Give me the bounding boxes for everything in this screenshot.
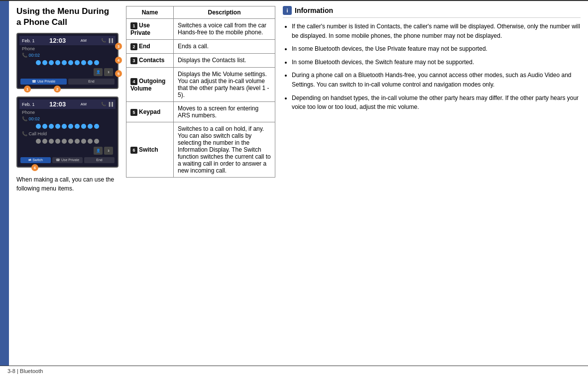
row-name-cell: 3Contacts: [126, 54, 174, 68]
row-name-cell: 1Use Private: [126, 19, 174, 40]
screen1-call-time: 📞 00:02: [19, 52, 116, 58]
screen1-dots: [19, 58, 116, 67]
badge-2: 2: [54, 86, 61, 93]
row-desc-cell: Ends a call.: [174, 40, 275, 54]
row-name-cell: 5Keypad: [126, 102, 174, 122]
screen2-btn-end: End: [84, 157, 115, 163]
screen1-btn-use-private: ☎ Use Private: [20, 79, 67, 85]
right-column: i Information If the caller's number is …: [278, 6, 588, 361]
screen1-icons: 👤 3: [19, 67, 116, 77]
item-number: 1: [130, 22, 137, 29]
badge-3: 3: [115, 43, 122, 50]
blue-sidebar-tab: [0, 1, 9, 366]
info-bullet: Depending on handset types, the in-call …: [292, 94, 581, 112]
item-number: 3: [130, 57, 137, 64]
badge-6: 6: [31, 164, 38, 171]
info-bullet: In some Bluetooth devices, the Switch fe…: [292, 58, 581, 67]
info-bullet: In some Bluetooth devices, the Use Priva…: [292, 44, 581, 54]
phone-screen-2: Feb. 1 12:03 AM 📞 ▐▐ Phone 📞 00:02: [16, 96, 118, 168]
info-bullet: During a phone call on a Bluetooth Hands…: [292, 71, 581, 89]
row-name-cell: 4Outgoing Volume: [126, 68, 174, 102]
screen2-dots1: [19, 122, 116, 131]
screen1-am: AM: [81, 38, 87, 43]
screen2-phone-label: Phone: [19, 109, 116, 116]
table-row: 6Switch Switches to a call on hold, if a…: [126, 122, 275, 178]
row-desc-cell: Switches a voice call from the car Hands…: [174, 19, 275, 40]
description-text: When making a call, you can use the foll…: [16, 175, 118, 193]
badge-4: 4: [115, 57, 122, 64]
left-column: Using the Menu During a Phone Call Feb. …: [9, 6, 123, 361]
table-row: 5Keypad Moves to a screen for entering A…: [126, 102, 275, 122]
info-title: Information: [295, 6, 333, 14]
screen1-phone-label: Phone: [19, 45, 116, 52]
info-bullet: If the caller's number is listed in Cont…: [292, 22, 581, 40]
screen2-am: AM: [81, 102, 87, 106]
item-number: 6: [130, 147, 137, 154]
middle-column: Name Description 1Use Private Switches a…: [123, 6, 278, 361]
info-header: i Information: [283, 6, 581, 18]
screen2-dots2: [19, 137, 116, 146]
col-name-header: Name: [126, 6, 174, 19]
screen2-btn-row: ⇄ Switch ☎ Use Private End: [19, 156, 116, 165]
item-number: 4: [130, 78, 137, 85]
row-name-cell: 6Switch: [126, 122, 174, 178]
screen2-btn-use-private: ☎ Use Private: [52, 157, 83, 163]
screen2-btn-switch: ⇄ Switch: [20, 157, 51, 163]
screen1-time: 12:03: [49, 37, 66, 44]
screen2-icons: 👤 3: [19, 146, 116, 156]
item-number: 5: [130, 109, 137, 116]
screen1-date: Feb. 1: [22, 38, 35, 43]
row-desc-cell: Displays the Contacts list.: [174, 54, 275, 68]
row-desc-cell: Switches to a call on hold, if any. You …: [174, 122, 275, 178]
screen1-btn-row: ☎ Use Private End: [19, 77, 116, 86]
table-row: 4Outgoing Volume Displays the Mic Volume…: [126, 68, 275, 102]
col-desc-header: Description: [174, 6, 275, 19]
table-row: 3Contacts Displays the Contacts list.: [126, 54, 275, 68]
phone-screen-1: Feb. 1 12:03 AM 📞 ▐▐ Phone 📞 00:02: [16, 33, 118, 89]
screen1-btn-end: End: [68, 79, 115, 85]
row-desc-cell: Moves to a screen for entering ARS numbe…: [174, 102, 275, 122]
info-icon: i: [283, 6, 292, 15]
screen2-call-time: 📞 00:02: [19, 116, 116, 122]
info-list: If the caller's number is listed in Cont…: [283, 22, 581, 112]
table-row: 2End Ends a call.: [126, 40, 275, 54]
screen2-time: 12:03: [49, 100, 66, 108]
screen2-date: Feb. 1: [22, 102, 35, 107]
table-row: 1Use Private Switches a voice call from …: [126, 19, 275, 40]
item-number: 2: [130, 43, 137, 50]
badge-1: 1: [24, 86, 31, 93]
page-footer: 3-8 | Bluetooth: [0, 366, 588, 376]
section-title: Using the Menu During a Phone Call: [16, 6, 118, 28]
badge-5: 5: [115, 70, 122, 77]
row-name-cell: 2End: [126, 40, 174, 54]
screen2-call-hold: 📞 Call Hold: [19, 131, 116, 137]
row-desc-cell: Displays the Mic Volume settings. You ca…: [174, 68, 275, 102]
menu-table: Name Description 1Use Private Switches a…: [126, 6, 275, 178]
